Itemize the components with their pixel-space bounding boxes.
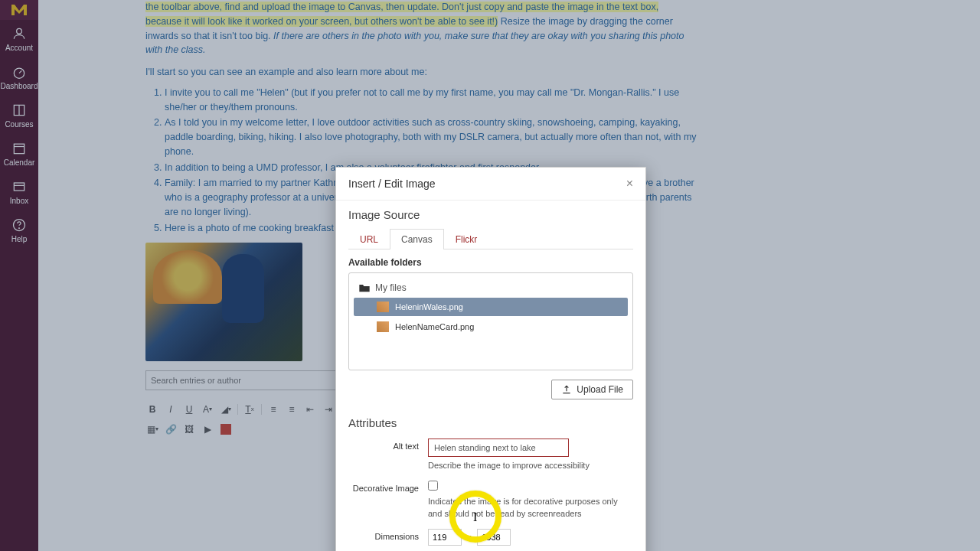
width-input[interactable] <box>428 529 462 546</box>
intro-text: I'll start so you can see an example and… <box>145 65 697 80</box>
nav-account-label: Account <box>5 44 33 52</box>
height-input[interactable] <box>477 529 511 546</box>
nav-courses[interactable]: Courses <box>0 96 38 135</box>
folder-label: My files <box>375 282 407 293</box>
image-source-heading: Image Source <box>336 201 645 226</box>
file-thumbnail-icon <box>377 321 389 332</box>
alt-help-text: Describe the image to improve accessibil… <box>428 460 633 471</box>
instruction-text: the toolbar above, find and upload the i… <box>145 0 697 57</box>
outdent-button[interactable]: ⇤ <box>303 403 317 416</box>
nav-inbox-label: Inbox <box>10 197 28 205</box>
embedded-photo[interactable] <box>145 243 302 361</box>
dimension-separator: x <box>464 533 475 542</box>
nav-dashboard[interactable]: Dashboard <box>0 58 38 96</box>
text-color-button[interactable]: A▾ <box>201 403 214 416</box>
nav-inbox[interactable]: Inbox <box>0 173 38 211</box>
clear-format-button[interactable]: Tx <box>243 403 256 416</box>
tab-canvas[interactable]: Canvas <box>390 229 444 249</box>
folder-my-files[interactable]: My files <box>349 279 632 296</box>
list-item: As I told you in my welcome letter, I lo… <box>165 116 697 158</box>
alt-text-input[interactable] <box>428 439 569 457</box>
nav-account[interactable]: Account <box>0 20 38 58</box>
svg-point-1 <box>14 68 24 78</box>
align-left-button[interactable]: ≡ <box>266 403 280 416</box>
underline-button[interactable]: U <box>182 403 196 416</box>
nav-calendar-label: Calendar <box>4 158 35 167</box>
tab-url[interactable]: URL <box>348 229 390 249</box>
decorative-help-text: Indicates the image is for decorative pu… <box>428 496 633 520</box>
institution-logo[interactable] <box>0 0 38 20</box>
nav-dashboard-label: Dashboard <box>1 82 38 90</box>
align-center-button[interactable]: ≡ <box>285 403 299 416</box>
svg-rect-3 <box>14 183 24 191</box>
upload-label: Upload File <box>577 384 623 395</box>
source-tabs: URL Canvas Flickr <box>348 229 633 249</box>
folder-tree: My files HeleninWales.png HelenNameCard.… <box>348 272 633 370</box>
decorative-label: Decorative Image <box>348 481 428 493</box>
record-button[interactable] <box>219 422 233 436</box>
attributes-heading: Attributes <box>336 409 645 434</box>
indent-button[interactable]: ⇥ <box>322 403 335 416</box>
close-button[interactable]: × <box>626 177 633 191</box>
image-button[interactable]: 🖼 <box>182 422 196 436</box>
nav-calendar[interactable]: Calendar <box>0 135 38 173</box>
bold-button[interactable]: B <box>145 403 159 416</box>
alt-text-label: Alt text <box>348 439 428 451</box>
global-nav: Account Dashboard Courses Calendar Inbox… <box>0 0 38 551</box>
file-thumbnail-icon <box>377 302 389 312</box>
nav-help-label: Help <box>11 235 28 243</box>
svg-point-5 <box>18 228 19 229</box>
link-button[interactable]: 🔗 <box>164 422 178 436</box>
bg-color-button[interactable]: ◢▾ <box>219 403 233 416</box>
svg-point-0 <box>17 28 22 34</box>
nav-courses-label: Courses <box>5 120 33 129</box>
dimensions-label: Dimensions <box>348 529 428 541</box>
file-item[interactable]: HelenNameCard.png <box>354 318 628 336</box>
file-name: HelenNameCard.png <box>395 322 474 331</box>
search-input[interactable] <box>145 370 348 390</box>
file-item-selected[interactable]: HeleninWales.png <box>354 298 628 316</box>
media-button[interactable]: ▶ <box>201 422 214 436</box>
insert-image-modal: Insert / Edit Image × Image Source URL C… <box>335 167 646 551</box>
upload-file-button[interactable]: Upload File <box>551 380 633 399</box>
italic-button[interactable]: I <box>164 403 178 416</box>
modal-title: Insert / Edit Image <box>348 178 436 190</box>
nav-help[interactable]: Help <box>0 211 38 249</box>
list-item: I invite you to call me "Helen" (but if … <box>165 86 697 115</box>
svg-rect-2 <box>14 144 24 154</box>
decorative-checkbox[interactable] <box>428 481 438 491</box>
available-folders-label: Available folders <box>336 249 645 272</box>
table-button[interactable]: ▦▾ <box>145 422 159 436</box>
file-name: HeleninWales.png <box>395 302 463 311</box>
tab-flickr[interactable]: Flickr <box>444 229 489 249</box>
